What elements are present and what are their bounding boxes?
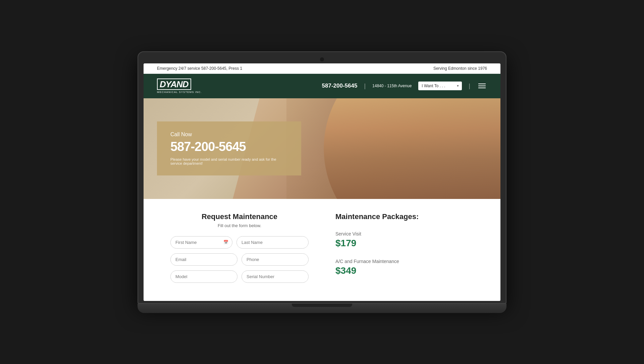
laptop-camera <box>320 57 324 61</box>
form-title: Request Maintenance <box>170 212 309 221</box>
emergency-text: Emergency 24/7 service 587-200-5645, Pre… <box>157 66 242 71</box>
email-input[interactable] <box>170 253 237 266</box>
call-box: Call Now 587-200-5645 Please have your m… <box>157 121 301 175</box>
form-row-name: 📅 <box>170 236 309 249</box>
package-name-0: Service Visit <box>335 231 474 237</box>
call-label: Call Now <box>170 132 288 138</box>
hero-person-image <box>304 98 500 199</box>
packages-section: Maintenance Packages: Service Visit $179… <box>335 212 474 288</box>
header-phone[interactable]: 587-200-5645 <box>322 83 358 89</box>
laptop-screen-outer: Emergency 24/7 service 587-200-5645, Pre… <box>138 51 506 304</box>
laptop-frame: Emergency 24/7 service 587-200-5645, Pre… <box>138 51 506 313</box>
package-price-0: $179 <box>335 238 474 249</box>
calendar-icon: 📅 <box>223 240 228 245</box>
hamburger-line-3 <box>478 88 486 88</box>
serial-number-input[interactable] <box>241 270 309 283</box>
laptop-screen: Emergency 24/7 service 587-200-5645, Pre… <box>144 63 500 301</box>
laptop-base <box>138 304 506 313</box>
logo-subtitle: MECHANICAL SYSTEMS INC. <box>157 91 202 94</box>
hamburger-button[interactable] <box>477 82 487 90</box>
header: DYAND MECHANICAL SYSTEMS INC. 587-200-56… <box>144 74 500 98</box>
model-input[interactable] <box>170 270 237 283</box>
hamburger-line-2 <box>478 86 486 86</box>
serving-text: Serving Edmonton since 1976 <box>433 66 487 71</box>
form-row-contact <box>170 253 309 266</box>
form-section: Request Maintenance Fill out the form be… <box>170 212 309 288</box>
package-item-1: A/C and Furnace Maintenance $349 <box>335 259 474 276</box>
header-divider: | <box>364 83 366 90</box>
last-name-input[interactable] <box>236 236 309 249</box>
package-item-0: Service Visit $179 <box>335 231 474 249</box>
logo-box: DYAND MECHANICAL SYSTEMS INC. <box>157 77 202 95</box>
main-content: Request Maintenance Fill out the form be… <box>144 199 500 301</box>
call-number[interactable]: 587-200-5645 <box>170 140 288 154</box>
package-price-1: $349 <box>335 265 474 276</box>
header-divider-2: | <box>469 83 470 90</box>
site-wrapper: Emergency 24/7 service 587-200-5645, Pre… <box>144 63 500 301</box>
form-row-model <box>170 270 309 283</box>
header-right: 587-200-5645 | 14840 - 115th Avenue I Wa… <box>322 82 487 90</box>
hamburger-line-1 <box>478 84 486 84</box>
top-bar: Emergency 24/7 service 587-200-5645, Pre… <box>144 63 500 74</box>
hero-section: Call Now 587-200-5645 Please have your m… <box>144 98 500 199</box>
packages-title: Maintenance Packages: <box>335 212 474 221</box>
form-subtitle: Fill out the form below. <box>170 223 309 228</box>
phone-input[interactable] <box>241 253 309 266</box>
logo-area: DYAND MECHANICAL SYSTEMS INC. <box>157 77 315 95</box>
first-name-wrapper: 📅 <box>170 236 232 249</box>
header-address: 14840 - 115th Avenue <box>372 84 412 88</box>
i-want-to-wrapper: I Want To . . . Request Service Get a Qu… <box>418 82 462 90</box>
call-note: Please have your model and serial number… <box>170 157 288 165</box>
logo-text[interactable]: DYAND <box>157 79 191 90</box>
i-want-to-select[interactable]: I Want To . . . Request Service Get a Qu… <box>418 82 462 90</box>
package-name-1: A/C and Furnace Maintenance <box>335 259 474 264</box>
